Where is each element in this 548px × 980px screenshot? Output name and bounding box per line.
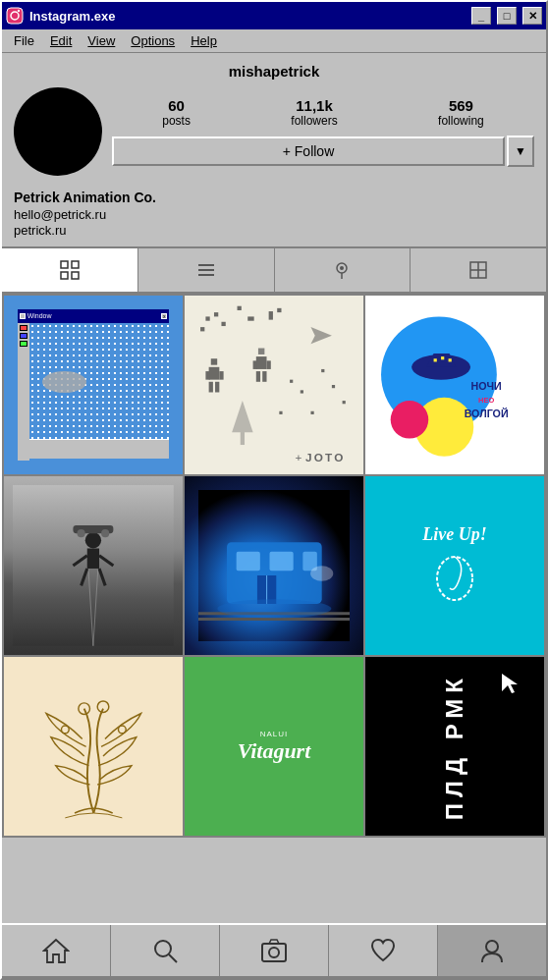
- tab-list[interactable]: [138, 248, 275, 292]
- bio-name: Petrick Animation Co.: [14, 190, 534, 205]
- svg-rect-91: [262, 944, 286, 961]
- svg-rect-4: [72, 261, 79, 268]
- svg-rect-29: [215, 382, 219, 393]
- svg-point-69: [78, 529, 85, 537]
- svg-point-78: [310, 566, 333, 580]
- follow-button[interactable]: + Follow: [112, 136, 505, 166]
- close-button[interactable]: ✕: [522, 7, 542, 25]
- svg-rect-23: [277, 308, 281, 312]
- svg-rect-63: [87, 549, 99, 569]
- grid-cell-2[interactable]: JOTO +: [185, 296, 363, 474]
- menu-edit[interactable]: Edit: [42, 31, 80, 50]
- nav-camera[interactable]: [220, 925, 329, 976]
- svg-rect-74: [269, 551, 293, 570]
- grid-cell-1[interactable]: Window x: [4, 296, 183, 474]
- tab-location[interactable]: [275, 248, 411, 292]
- minimize-button[interactable]: _: [471, 7, 491, 25]
- cell-7-content: [4, 657, 183, 836]
- main-window: Instagram.exe _ □ ✕ File Edit View Optio…: [0, 0, 548, 980]
- home-icon: [42, 937, 70, 964]
- tab-tagged[interactable]: [411, 248, 546, 292]
- vitagurt-sub: NALUI: [260, 730, 289, 738]
- svg-rect-17: [214, 312, 218, 316]
- menu-view[interactable]: View: [80, 31, 123, 50]
- follow-dropdown[interactable]: ▼: [507, 136, 534, 167]
- menu-help[interactable]: Help: [183, 31, 225, 50]
- svg-rect-33: [267, 360, 271, 369]
- grid-cell-5[interactable]: [185, 476, 363, 655]
- cell-3-content: НОЧИ НЕО ВОЛГОЙ: [365, 296, 544, 474]
- svg-rect-43: [343, 401, 346, 404]
- pixel-window-chrome: Window x: [18, 309, 170, 323]
- train-illustration: [198, 490, 351, 642]
- svg-marker-36: [310, 327, 331, 344]
- stats-row: 60 posts 11,1k followers 569 following: [112, 97, 534, 128]
- svg-rect-25: [209, 367, 220, 380]
- skate-bg: [4, 476, 183, 655]
- svg-point-2: [18, 10, 20, 12]
- app-icon: [6, 7, 24, 25]
- grid-cell-3[interactable]: НОЧИ НЕО ВОЛГОЙ: [365, 296, 544, 474]
- grid-cell-6[interactable]: Live Up!: [365, 476, 544, 655]
- liveup-text: Live Up!: [422, 524, 486, 545]
- svg-rect-26: [205, 371, 209, 380]
- svg-rect-38: [301, 390, 303, 393]
- svg-point-85: [61, 726, 69, 734]
- image-grid: Window x: [2, 294, 546, 838]
- svg-point-11: [340, 266, 344, 270]
- bottom-nav: [2, 923, 546, 978]
- following-count: 569: [449, 97, 473, 114]
- svg-marker-87: [502, 674, 518, 693]
- svg-rect-40: [332, 385, 335, 388]
- pixel-window-body: [18, 323, 170, 462]
- svg-point-93: [486, 941, 498, 953]
- bio-email[interactable]: hello@petrick.ru: [14, 207, 534, 222]
- bio-section: Petrick Animation Co. hello@petrick.ru p…: [2, 190, 546, 246]
- svg-rect-0: [7, 8, 23, 24]
- stats-area: 60 posts 11,1k followers 569 following: [112, 97, 534, 167]
- image-grid-scroll[interactable]: Window x: [2, 294, 546, 923]
- menu-options[interactable]: Options: [123, 31, 183, 50]
- grid-cell-4[interactable]: [4, 476, 183, 655]
- svg-rect-73: [236, 551, 259, 570]
- svg-rect-55: [449, 358, 452, 361]
- svg-rect-18: [200, 327, 204, 331]
- heart-icon: [369, 937, 397, 964]
- menu-bar: File Edit View Options Help: [2, 29, 546, 53]
- tab-grid[interactable]: [2, 248, 138, 292]
- vitagurt-main: Vitagurt: [238, 738, 311, 764]
- cursor-icon: [500, 672, 520, 698]
- grid-cell-7[interactable]: [4, 657, 183, 836]
- svg-point-81: [217, 599, 331, 618]
- svg-rect-45: [241, 432, 245, 445]
- bio-website[interactable]: petrick.ru: [14, 223, 534, 238]
- avatar: [14, 87, 102, 176]
- svg-rect-28: [209, 382, 213, 393]
- svg-text:ВОЛГОЙ: ВОЛГОЙ: [465, 408, 509, 419]
- grid-cell-9[interactable]: ПЛД РМК: [365, 657, 544, 836]
- stat-posts: 60 posts: [162, 97, 191, 128]
- menu-file[interactable]: File: [6, 31, 42, 50]
- svg-rect-3: [61, 261, 68, 268]
- camera-icon: [260, 937, 288, 964]
- cell-9-content: ПЛД РМК: [365, 657, 544, 836]
- maximize-button[interactable]: □: [497, 7, 517, 25]
- svg-line-90: [169, 954, 177, 962]
- svg-marker-44: [232, 401, 252, 432]
- cell-5-content: [185, 476, 363, 655]
- train-bg: [185, 476, 363, 655]
- grid-cell-8[interactable]: NALUI Vitagurt: [185, 657, 363, 836]
- nav-heart[interactable]: [329, 925, 438, 976]
- username: mishapetrick: [14, 63, 534, 80]
- nav-profile[interactable]: [438, 925, 546, 976]
- tag-icon: [467, 259, 489, 281]
- liveup-bg: Live Up!: [365, 476, 544, 655]
- nav-home[interactable]: [2, 925, 111, 976]
- nav-search[interactable]: [111, 925, 220, 976]
- circles-logo: НОЧИ НЕО ВОЛГОЙ: [365, 296, 544, 474]
- svg-text:НОЧИ: НОЧИ: [471, 380, 502, 392]
- content-area: mishapetrick 60 posts 11,1k followers: [2, 53, 546, 978]
- svg-rect-31: [256, 356, 267, 369]
- svg-rect-34: [256, 371, 260, 382]
- profile-row: 60 posts 11,1k followers 569 following: [14, 87, 534, 176]
